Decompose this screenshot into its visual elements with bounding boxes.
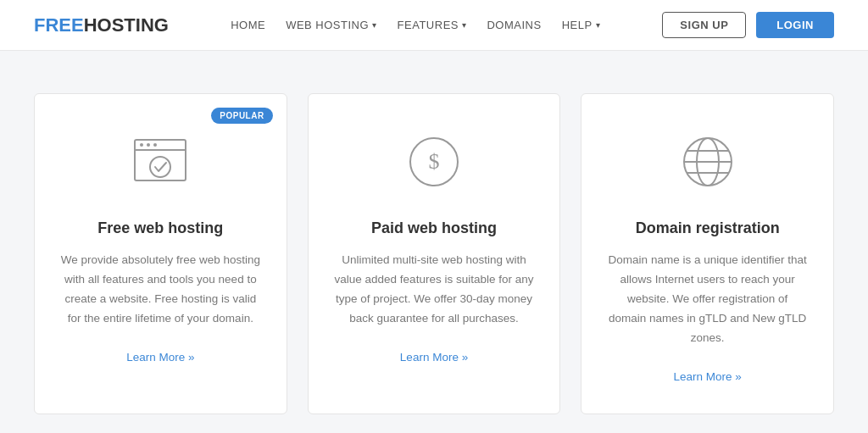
card-free-hosting: POPULAR Free web hosting We provide abso… bbox=[34, 93, 287, 414]
card-domain-registration: Domain registration Domain name is a uni… bbox=[581, 93, 834, 414]
svg-point-2 bbox=[140, 143, 143, 147]
main-nav: HOME WEB HOSTING FEATURES DOMAINS HELP bbox=[231, 19, 600, 31]
globe-icon bbox=[674, 128, 742, 196]
card-free-hosting-description: We provide absolutely free web hosting w… bbox=[60, 251, 261, 329]
header-actions: SIGN UP LOGIN bbox=[662, 12, 834, 38]
browser-icon bbox=[126, 128, 194, 196]
nav-domains[interactable]: DOMAINS bbox=[487, 19, 541, 31]
card-paid-hosting-link[interactable]: Learn More » bbox=[400, 351, 468, 364]
svg-text:$: $ bbox=[429, 149, 440, 174]
card-domain-title: Domain registration bbox=[607, 219, 808, 237]
login-button[interactable]: LOGIN bbox=[756, 12, 834, 38]
header: FREEHOSTING HOME WEB HOSTING FEATURES DO… bbox=[0, 0, 868, 51]
logo-free: FREE bbox=[34, 14, 84, 36]
logo-hosting: HOSTING bbox=[84, 14, 169, 36]
nav-web-hosting[interactable]: WEB HOSTING bbox=[286, 19, 376, 31]
dollar-icon: $ bbox=[400, 128, 468, 196]
popular-badge: POPULAR bbox=[211, 108, 272, 124]
signup-button[interactable]: SIGN UP bbox=[662, 12, 746, 38]
card-free-hosting-link[interactable]: Learn More » bbox=[126, 351, 194, 364]
card-free-hosting-title: Free web hosting bbox=[60, 219, 261, 237]
main-content: POPULAR Free web hosting We provide abso… bbox=[0, 51, 868, 433]
card-paid-hosting-description: Unlimited multi-site web hosting with va… bbox=[334, 251, 535, 329]
card-domain-description: Domain name is a unique identifier that … bbox=[607, 251, 808, 348]
svg-point-3 bbox=[147, 143, 150, 147]
logo: FREEHOSTING bbox=[34, 14, 169, 36]
svg-point-4 bbox=[153, 143, 157, 147]
nav-home[interactable]: HOME bbox=[231, 19, 265, 31]
card-domain-link[interactable]: Learn More » bbox=[674, 370, 742, 383]
card-paid-hosting-title: Paid web hosting bbox=[334, 219, 535, 237]
nav-help[interactable]: HELP bbox=[562, 19, 600, 31]
card-paid-hosting: $ Paid web hosting Unlimited multi-site … bbox=[308, 93, 561, 414]
nav-features[interactable]: FEATURES bbox=[398, 19, 467, 31]
cards-container: POPULAR Free web hosting We provide abso… bbox=[34, 93, 834, 414]
svg-point-5 bbox=[150, 157, 170, 177]
